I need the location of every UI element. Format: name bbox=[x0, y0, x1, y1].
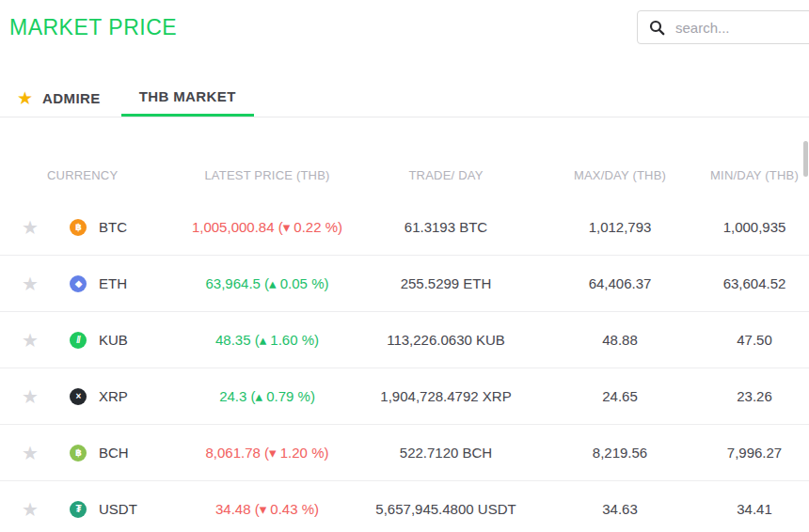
trade-volume: 5,657,945.4800 USDT bbox=[352, 501, 540, 517]
trade-volume: 1,904,728.4792 XRP bbox=[352, 388, 540, 404]
header-latest-price: LATEST PRICE (THB) bbox=[182, 168, 352, 182]
latest-price: 1,005,000.84 (▾ 0.22 %) bbox=[182, 219, 352, 236]
max-day-value: 64,406.37 bbox=[540, 275, 700, 291]
trade-volume: 522.7120 BCH bbox=[352, 445, 540, 461]
coin-symbol: USDT bbox=[99, 501, 137, 517]
xrp-coin-icon: × bbox=[70, 388, 87, 405]
favorite-star-icon[interactable]: ★ bbox=[22, 443, 39, 463]
header-currency: CURRENCY bbox=[0, 168, 182, 182]
coin-symbol: ETH bbox=[99, 275, 127, 291]
table-row-kub[interactable]: ★ // KUB 48.35 (▴ 1.60 %) 113,226.0630 K… bbox=[0, 312, 809, 368]
min-day-value: 23.26 bbox=[700, 388, 809, 404]
min-day-value: 1,000,935 bbox=[700, 219, 809, 235]
favorite-star-icon[interactable]: ★ bbox=[22, 217, 39, 238]
latest-price: 48.35 (▴ 1.60 %) bbox=[182, 332, 352, 349]
min-day-value: 7,996.27 bbox=[700, 445, 809, 461]
btc-coin-icon: ฿ bbox=[70, 219, 87, 236]
tab-label: THB MARKET bbox=[139, 88, 236, 104]
eth-coin-icon: ◆ bbox=[70, 275, 87, 292]
trade-volume: 61.3193 BTC bbox=[352, 219, 540, 235]
trade-volume: 113,226.0630 KUB bbox=[352, 332, 540, 348]
usdt-coin-icon: ₮ bbox=[70, 501, 87, 518]
header-max-day: MAX/DAY (THB) bbox=[540, 168, 700, 182]
tab-thb-market[interactable]: THB MARKET bbox=[121, 79, 254, 117]
star-icon: ★ bbox=[17, 89, 33, 107]
latest-price: 63,964.5 (▴ 0.05 %) bbox=[182, 275, 352, 292]
favorite-star-icon[interactable]: ★ bbox=[22, 386, 39, 407]
max-day-value: 1,012,793 bbox=[540, 219, 700, 235]
tab-admire[interactable]: ★ ADMIRE bbox=[17, 79, 101, 117]
favorite-star-icon[interactable]: ★ bbox=[22, 330, 39, 351]
min-day-value: 63,604.52 bbox=[700, 275, 809, 291]
header-min-day: MIN/DAY (THB) bbox=[700, 168, 809, 182]
scrollbar[interactable] bbox=[803, 141, 808, 177]
max-day-value: 48.88 bbox=[540, 332, 700, 348]
search-icon bbox=[649, 20, 665, 36]
max-day-value: 34.63 bbox=[540, 501, 700, 517]
search-input[interactable] bbox=[674, 19, 800, 37]
search-box[interactable] bbox=[637, 10, 809, 44]
bch-coin-icon: ฿ bbox=[70, 445, 87, 462]
table-row-eth[interactable]: ★ ◆ ETH 63,964.5 (▴ 0.05 %) 255.5299 ETH… bbox=[0, 256, 809, 312]
min-day-value: 34.41 bbox=[700, 501, 809, 517]
header-trade-day: TRADE/ DAY bbox=[352, 168, 540, 182]
table-row-btc[interactable]: ★ ฿ BTC 1,005,000.84 (▾ 0.22 %) 61.3193 … bbox=[0, 199, 809, 256]
coin-symbol: BCH bbox=[99, 445, 129, 461]
trade-volume: 255.5299 ETH bbox=[352, 275, 540, 291]
min-day-value: 47.50 bbox=[700, 332, 809, 348]
coin-symbol: BTC bbox=[99, 219, 127, 235]
tab-label: ADMIRE bbox=[42, 90, 101, 106]
coin-symbol: XRP bbox=[99, 388, 128, 404]
market-table: CURRENCY LATEST PRICE (THB) TRADE/ DAY M… bbox=[0, 150, 809, 532]
latest-price: 34.48 (▾ 0.43 %) bbox=[182, 501, 352, 518]
table-row-usdt[interactable]: ★ ₮ USDT 34.48 (▾ 0.43 %) 5,657,945.4800… bbox=[0, 481, 809, 532]
max-day-value: 24.65 bbox=[540, 388, 700, 404]
coin-symbol: KUB bbox=[99, 332, 128, 348]
page-title: MARKET PRICE bbox=[9, 15, 177, 40]
table-row-bch[interactable]: ★ ฿ BCH 8,061.78 (▾ 1.20 %) 522.7120 BCH… bbox=[0, 425, 809, 481]
favorite-star-icon[interactable]: ★ bbox=[22, 499, 39, 520]
table-row-xrp[interactable]: ★ × XRP 24.3 (▴ 0.79 %) 1,904,728.4792 X… bbox=[0, 368, 809, 425]
table-header-row: CURRENCY LATEST PRICE (THB) TRADE/ DAY M… bbox=[0, 150, 809, 199]
favorite-star-icon[interactable]: ★ bbox=[22, 274, 39, 294]
latest-price: 8,061.78 (▾ 1.20 %) bbox=[182, 445, 352, 462]
tab-bar: ★ ADMIRE THB MARKET bbox=[0, 79, 809, 117]
max-day-value: 8,219.56 bbox=[540, 445, 700, 461]
kub-coin-icon: // bbox=[70, 332, 87, 349]
latest-price: 24.3 (▴ 0.79 %) bbox=[182, 388, 352, 405]
